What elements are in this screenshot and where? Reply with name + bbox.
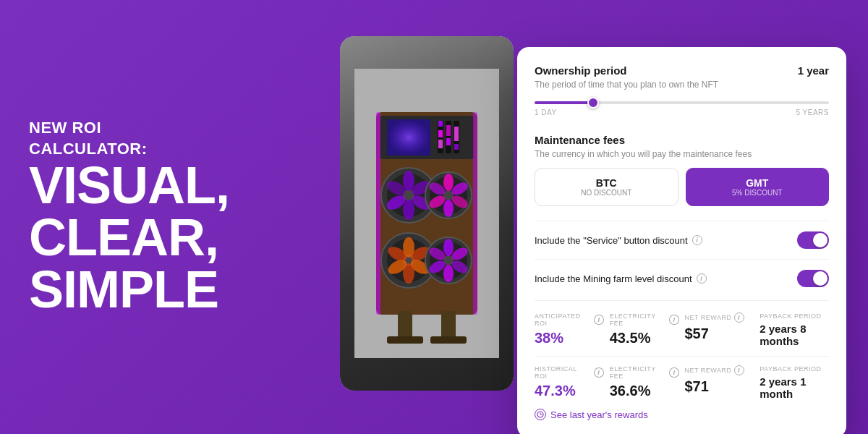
calculator-card: Ownership period 1 year The period of ti…: [517, 47, 846, 434]
hero-section: NEW ROI CALCULATOR: VISUAL, CLEAR, SIMPL…: [29, 118, 347, 315]
svg-rect-52: [376, 112, 380, 315]
anticipated-roi-value: 38%: [535, 330, 604, 346]
rig-svg: [354, 69, 499, 358]
svg-point-22: [403, 200, 414, 220]
anticipated-roi-item: ANTICIPATED ROI i 38%: [535, 312, 604, 347]
currency-toggle: BTC NO DISCOUNT GMT 5% DISCOUNT: [535, 168, 829, 206]
clock-icon: [535, 409, 546, 420]
service-info-icon[interactable]: i: [692, 235, 702, 245]
historical-elec-label: ELECTRICITY FEE i: [610, 365, 679, 380]
btc-discount: NO DISCOUNT: [544, 189, 669, 197]
service-toggle-row: Include the "Service" button discount i: [535, 221, 829, 259]
mining-info-icon[interactable]: i: [697, 273, 707, 284]
slider-min-label: 1 DAY: [535, 109, 557, 116]
ownership-value: 1 year: [798, 64, 829, 77]
svg-rect-11: [446, 125, 451, 136]
service-toggle-text: Include the "Service" button discount: [535, 235, 688, 246]
slider-thumb[interactable]: [587, 97, 599, 109]
hero-title-line2: VISUAL,: [29, 160, 347, 212]
historical-elec-value: 36.6%: [610, 383, 679, 399]
btc-name: BTC: [544, 177, 669, 189]
slider-track: [535, 101, 829, 104]
historical-elec-info[interactable]: i: [669, 367, 678, 378]
svg-rect-7: [438, 130, 443, 137]
anticipated-roi-info[interactable]: i: [594, 315, 603, 325]
anticipated-net-value: $57: [685, 326, 754, 342]
svg-point-28: [443, 174, 454, 191]
svg-point-31: [443, 200, 454, 217]
historical-net-value: $71: [685, 378, 754, 395]
historical-net-item: NET REWARD i $71: [685, 365, 754, 400]
svg-rect-9: [438, 121, 443, 127]
historical-roi-label: HISTORICAL ROI i: [535, 365, 604, 380]
slider-max-label: 5 YEARS: [796, 109, 829, 116]
anticipated-elec-info[interactable]: i: [669, 315, 678, 325]
gmt-button[interactable]: GMT 5% DISCOUNT: [686, 168, 830, 206]
slider-fill: [535, 101, 593, 104]
svg-rect-56: [387, 336, 423, 344]
svg-rect-15: [454, 144, 459, 150]
svg-rect-12: [446, 138, 451, 145]
anticipated-payback-label: PAYBACK PERIOD: [760, 312, 829, 320]
svg-rect-5: [387, 119, 430, 156]
svg-rect-14: [454, 127, 459, 141]
anticipated-net-label: NET REWARD i: [685, 312, 754, 323]
hero-title-line3: CLEAR,: [29, 212, 347, 264]
mining-toggle-switch[interactable]: [797, 270, 829, 287]
service-toggle-label: Include the "Service" button discount i: [535, 235, 702, 246]
anticipated-payback-value: 2 years 8 months: [760, 323, 829, 347]
historical-metrics-row: HISTORICAL ROI i 47.3% ELECTRICITY FEE i…: [535, 365, 829, 400]
svg-rect-54: [398, 311, 412, 340]
anticipated-metrics-row: ANTICIPATED ROI i 38% ELECTRICITY FEE i …: [535, 312, 829, 347]
mining-toggle-text: Include the Mining farm level discount: [535, 273, 692, 284]
hero-title-line4: SIMPLE: [29, 264, 347, 316]
anticipated-elec-label: ELECTRICITY FEE i: [610, 312, 679, 327]
ownership-desc: The period of time that you plan to own …: [535, 80, 829, 90]
ownership-section: Ownership period 1 year The period of ti…: [535, 64, 829, 119]
maintenance-desc: The currency in which you will pay the m…: [535, 149, 829, 159]
svg-rect-53: [473, 112, 477, 315]
anticipated-net-info[interactable]: i: [734, 312, 744, 323]
btc-button[interactable]: BTC NO DISCOUNT: [535, 168, 678, 206]
svg-rect-57: [430, 336, 467, 344]
hero-tag: NEW ROI: [29, 118, 347, 139]
historical-payback-label: PAYBACK PERIOD: [760, 365, 829, 373]
rig-image-container: [340, 36, 514, 391]
historical-roi-value: 47.3%: [535, 383, 604, 399]
anticipated-payback-item: PAYBACK PERIOD 2 years 8 months: [760, 312, 829, 347]
historical-elec-item: ELECTRICITY FEE i 36.6%: [610, 365, 679, 400]
gmt-discount: 5% DISCOUNT: [695, 189, 820, 197]
anticipated-net-item: NET REWARD i $57: [685, 312, 754, 347]
historical-roi-item: HISTORICAL ROI i 47.3%: [535, 365, 604, 400]
see-rewards-link[interactable]: See last year's rewards: [535, 409, 829, 420]
svg-rect-55: [441, 311, 456, 340]
slider-labels: 1 DAY 5 YEARS: [535, 109, 829, 116]
svg-rect-8: [438, 140, 443, 148]
see-rewards-text: See last year's rewards: [550, 409, 648, 420]
anticipated-elec-item: ELECTRICITY FEE i 43.5%: [610, 312, 679, 347]
historical-roi-info[interactable]: i: [594, 367, 604, 378]
maintenance-title: Maintenance fees: [535, 134, 625, 146]
maintenance-section: Maintenance fees The currency in which y…: [535, 134, 829, 206]
metrics-divider: [535, 356, 829, 357]
gmt-name: GMT: [695, 177, 820, 189]
service-toggle-switch[interactable]: [797, 231, 829, 249]
anticipated-elec-value: 43.5%: [610, 330, 679, 346]
mining-toggle-row: Include the Mining farm level discount i: [535, 259, 829, 297]
anticipated-metrics-section: ANTICIPATED ROI i 38% ELECTRICITY FEE i …: [535, 300, 829, 420]
ownership-title: Ownership period: [535, 64, 627, 77]
historical-payback-item: PAYBACK PERIOD 2 years 1 month: [760, 365, 829, 400]
maintenance-header: Maintenance fees: [535, 134, 829, 146]
mining-toggle-label: Include the Mining farm level discount i: [535, 273, 707, 284]
ownership-slider-container: 1 DAY 5 YEARS: [535, 98, 829, 119]
historical-payback-value: 2 years 1 month: [760, 375, 829, 400]
ownership-header: Ownership period 1 year: [535, 64, 829, 77]
mining-toggle-knob: [813, 271, 827, 286]
service-toggle-knob: [813, 233, 827, 247]
anticipated-roi-label: ANTICIPATED ROI i: [535, 312, 604, 327]
rig-image: [340, 36, 514, 391]
svg-point-49: [443, 265, 454, 282]
historical-net-info[interactable]: i: [734, 365, 744, 375]
svg-point-46: [443, 239, 454, 256]
historical-net-label: NET REWARD i: [685, 365, 754, 375]
